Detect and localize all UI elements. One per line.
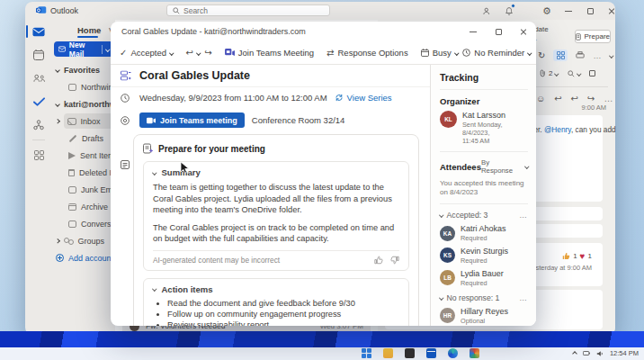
dialog-maximize-button[interactable]	[486, 22, 511, 40]
attendee-row[interactable]: HR Hillary Reyes Optional	[440, 307, 528, 325]
group-overflow-button[interactable]: …	[519, 211, 528, 220]
group-accepted-header[interactable]: Accepted: 3 …	[440, 211, 528, 220]
chevron-down-icon	[55, 68, 60, 73]
print-icon[interactable]	[576, 51, 585, 59]
window-close-button[interactable]	[604, 4, 619, 17]
rail-mail-icon[interactable]	[25, 20, 52, 43]
forward-icon[interactable]: ↪	[587, 94, 595, 104]
rail-people-icon[interactable]	[25, 67, 52, 90]
response-options-dropdown[interactable]: ⇄ Response Options	[326, 48, 408, 58]
attachment-bar: 2	[540, 69, 595, 77]
chevron-down-icon	[610, 53, 614, 58]
app-title: Outlook	[50, 6, 78, 15]
chevron-down-icon	[152, 170, 157, 175]
mention-link[interactable]: @Henry	[544, 125, 571, 134]
forward-icon[interactable]: ↪	[204, 49, 211, 58]
notes-icon	[121, 160, 130, 169]
meeting-toolbar: ✓ Accepted ↩ ↪ Join Teams Meeting ⇄ Resp…	[111, 41, 536, 65]
tab-home[interactable]: Home	[77, 25, 101, 35]
organizer-row[interactable]: KL Kat Larsson Sent Monday, 8/4/2023, 11…	[440, 111, 528, 145]
layout-icon[interactable]	[553, 50, 568, 61]
reminder-dropdown[interactable]: No Reminder	[462, 48, 531, 58]
tray-caret-icon[interactable]	[572, 351, 577, 356]
notifications-bell-icon[interactable]	[502, 4, 516, 17]
window-minimize-button[interactable]	[561, 4, 576, 17]
rail-todo-icon[interactable]	[25, 90, 52, 113]
calendar-icon	[421, 49, 429, 57]
meeting-datetime: Wednesday, 9/9/2023 from 11:00 AM to 12:…	[139, 93, 327, 103]
thumbs-up-icon[interactable]	[374, 256, 383, 265]
more-options-icon[interactable]: …	[604, 94, 613, 104]
undo-icon[interactable]: ↻	[538, 51, 545, 60]
clock-icon	[462, 49, 470, 57]
action-item: Read the document and give feedback befo…	[167, 298, 399, 309]
avatar: HR	[440, 308, 455, 323]
taskbar: 12:54 PM	[0, 347, 644, 360]
prepare-button[interactable]: Prepare	[575, 30, 611, 43]
taskbar-clock[interactable]: 12:54 PM	[610, 349, 639, 357]
summary-header[interactable]: Summary	[153, 167, 399, 177]
view-series-link[interactable]: View Series	[335, 93, 392, 103]
chevron-right-icon	[55, 119, 59, 123]
magnifier-icon	[568, 70, 575, 77]
attendee-row[interactable]: LB Lydia Bauer Required	[440, 269, 528, 287]
rail-org-icon[interactable]	[25, 113, 52, 137]
tray-volume-icon[interactable]	[596, 350, 604, 357]
attendee-row[interactable]: KS Kevin Sturgis Required	[440, 247, 528, 265]
search-icon	[173, 7, 180, 14]
accepted-dropdown[interactable]: ✓ Accepted	[120, 48, 174, 58]
expand-icon[interactable]	[589, 70, 595, 76]
clock-icon	[121, 94, 130, 103]
chevron-down-icon	[577, 71, 581, 76]
thumbs-down-icon[interactable]	[390, 256, 399, 265]
heart-icon: ♥	[580, 251, 586, 261]
zoom-dropdown[interactable]	[568, 70, 581, 77]
trash-icon	[68, 169, 75, 176]
chevron-down-icon	[55, 102, 60, 107]
new-mail-button[interactable]: New Mail	[54, 41, 113, 57]
file-explorer-icon[interactable]	[383, 348, 393, 358]
rail-calendar-icon[interactable]	[25, 43, 52, 67]
inbox-icon	[67, 118, 76, 125]
reply-all-icon[interactable]: ↩	[571, 94, 578, 104]
start-button[interactable]	[362, 348, 371, 358]
search-input[interactable]: Search	[166, 4, 330, 16]
smiley-icon[interactable]: ☺	[536, 94, 545, 104]
dialog-close-button[interactable]	[511, 22, 536, 40]
chevron-right-icon	[55, 238, 59, 243]
chevron-down-icon	[196, 50, 201, 55]
more-options-icon[interactable]: …	[593, 51, 602, 60]
paperclip-icon	[540, 69, 546, 77]
new-mail-label: New Mail	[69, 40, 98, 58]
window-maximize-button[interactable]	[583, 4, 597, 17]
junk-icon	[68, 186, 76, 194]
attendee-row[interactable]: KA Katri Ahokas Required	[440, 224, 528, 242]
edge-browser-icon[interactable]	[448, 348, 458, 358]
settings-gear-icon[interactable]: ⚙	[540, 4, 554, 17]
summary-paragraph: The Coral Gables project is on track to …	[153, 222, 399, 245]
chevron-down-icon	[105, 47, 110, 51]
reply-icon[interactable]: ↩	[554, 94, 561, 104]
tracking-heading: Tracking	[440, 72, 528, 83]
group-overflow-button[interactable]: …	[519, 293, 528, 302]
meet-now-icon[interactable]	[480, 4, 495, 17]
chevron-down-icon	[439, 295, 443, 300]
outlook-taskbar-icon[interactable]	[426, 348, 436, 358]
dialog-minimize-button[interactable]	[461, 22, 486, 40]
archive-icon	[68, 203, 76, 211]
summary-card: Summary The team is getting together to …	[143, 161, 409, 271]
reply-dropdown[interactable]: ↩	[186, 49, 201, 58]
attachments-dropdown[interactable]: 2	[540, 69, 559, 77]
by-response-dropdown[interactable]: By Response	[481, 158, 528, 175]
microsoft365-icon[interactable]	[470, 348, 479, 358]
folder-icon	[68, 220, 76, 228]
join-teams-meeting-toolbar-button[interactable]: Join Teams Meeting	[225, 48, 314, 58]
rail-apps-grid-icon[interactable]	[25, 143, 52, 166]
checkmark-icon: ✓	[120, 49, 127, 58]
camera-app-icon[interactable]	[405, 348, 415, 358]
join-teams-meeting-button[interactable]: Join Teams meeting	[139, 112, 245, 128]
action-items-header[interactable]: Action items	[153, 284, 399, 294]
show-as-busy-dropdown[interactable]: Busy	[421, 48, 459, 58]
group-noresponse-header[interactable]: No response: 1 …	[440, 293, 528, 302]
tray-battery-icon[interactable]	[583, 350, 590, 356]
